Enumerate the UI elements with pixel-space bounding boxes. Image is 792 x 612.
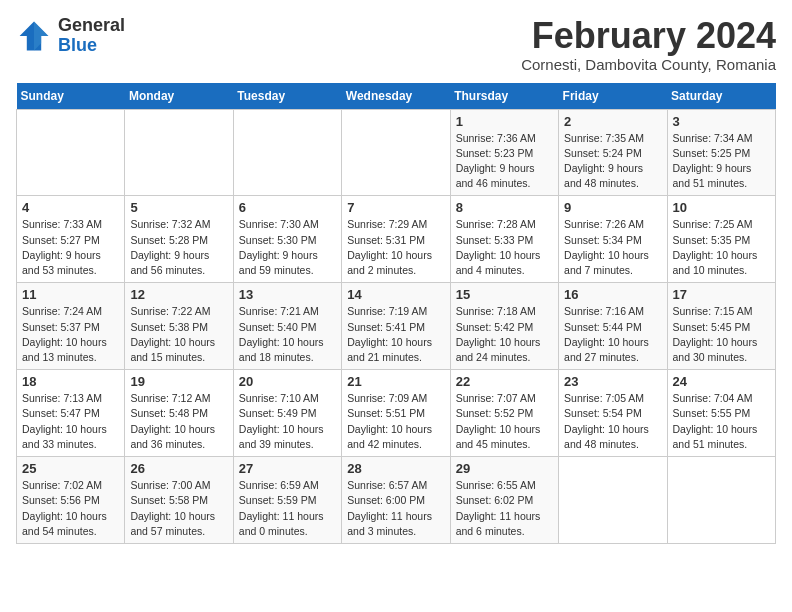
calendar-cell: 10Sunrise: 7:25 AM Sunset: 5:35 PM Dayli… [667,196,775,283]
calendar-cell: 8Sunrise: 7:28 AM Sunset: 5:33 PM Daylig… [450,196,558,283]
calendar-cell: 14Sunrise: 7:19 AM Sunset: 5:41 PM Dayli… [342,283,450,370]
day-detail: Sunrise: 7:33 AM Sunset: 5:27 PM Dayligh… [22,217,119,278]
day-detail: Sunrise: 7:16 AM Sunset: 5:44 PM Dayligh… [564,304,661,365]
calendar-cell: 23Sunrise: 7:05 AM Sunset: 5:54 PM Dayli… [559,370,667,457]
day-detail: Sunrise: 7:28 AM Sunset: 5:33 PM Dayligh… [456,217,553,278]
day-number: 21 [347,374,444,389]
day-detail: Sunrise: 7:05 AM Sunset: 5:54 PM Dayligh… [564,391,661,452]
logo: General Blue [16,16,125,56]
day-number: 23 [564,374,661,389]
day-number: 14 [347,287,444,302]
day-detail: Sunrise: 6:55 AM Sunset: 6:02 PM Dayligh… [456,478,553,539]
header-day-wednesday: Wednesday [342,83,450,110]
calendar-cell: 27Sunrise: 6:59 AM Sunset: 5:59 PM Dayli… [233,457,341,544]
day-detail: Sunrise: 7:07 AM Sunset: 5:52 PM Dayligh… [456,391,553,452]
calendar-cell: 9Sunrise: 7:26 AM Sunset: 5:34 PM Daylig… [559,196,667,283]
day-detail: Sunrise: 6:57 AM Sunset: 6:00 PM Dayligh… [347,478,444,539]
logo-icon [16,18,52,54]
day-detail: Sunrise: 7:29 AM Sunset: 5:31 PM Dayligh… [347,217,444,278]
day-number: 19 [130,374,227,389]
day-number: 17 [673,287,770,302]
day-number: 13 [239,287,336,302]
day-detail: Sunrise: 7:24 AM Sunset: 5:37 PM Dayligh… [22,304,119,365]
calendar-cell: 3Sunrise: 7:34 AM Sunset: 5:25 PM Daylig… [667,109,775,196]
day-detail: Sunrise: 7:19 AM Sunset: 5:41 PM Dayligh… [347,304,444,365]
calendar-cell [667,457,775,544]
day-number: 4 [22,200,119,215]
day-number: 7 [347,200,444,215]
calendar-body: 1Sunrise: 7:36 AM Sunset: 5:23 PM Daylig… [17,109,776,543]
page-header: General Blue February 2024 Cornesti, Dam… [16,16,776,73]
day-number: 2 [564,114,661,129]
calendar-table: SundayMondayTuesdayWednesdayThursdayFrid… [16,83,776,544]
header-row: SundayMondayTuesdayWednesdayThursdayFrid… [17,83,776,110]
calendar-cell [342,109,450,196]
day-number: 1 [456,114,553,129]
day-number: 29 [456,461,553,476]
day-detail: Sunrise: 7:26 AM Sunset: 5:34 PM Dayligh… [564,217,661,278]
day-detail: Sunrise: 6:59 AM Sunset: 5:59 PM Dayligh… [239,478,336,539]
day-number: 11 [22,287,119,302]
day-detail: Sunrise: 7:32 AM Sunset: 5:28 PM Dayligh… [130,217,227,278]
header-day-monday: Monday [125,83,233,110]
day-number: 24 [673,374,770,389]
day-number: 25 [22,461,119,476]
day-number: 3 [673,114,770,129]
week-row: 1Sunrise: 7:36 AM Sunset: 5:23 PM Daylig… [17,109,776,196]
day-number: 27 [239,461,336,476]
calendar-cell: 13Sunrise: 7:21 AM Sunset: 5:40 PM Dayli… [233,283,341,370]
day-detail: Sunrise: 7:18 AM Sunset: 5:42 PM Dayligh… [456,304,553,365]
day-detail: Sunrise: 7:30 AM Sunset: 5:30 PM Dayligh… [239,217,336,278]
day-detail: Sunrise: 7:36 AM Sunset: 5:23 PM Dayligh… [456,131,553,192]
calendar-cell: 6Sunrise: 7:30 AM Sunset: 5:30 PM Daylig… [233,196,341,283]
calendar-cell: 28Sunrise: 6:57 AM Sunset: 6:00 PM Dayli… [342,457,450,544]
calendar-cell: 5Sunrise: 7:32 AM Sunset: 5:28 PM Daylig… [125,196,233,283]
day-number: 26 [130,461,227,476]
day-detail: Sunrise: 7:10 AM Sunset: 5:49 PM Dayligh… [239,391,336,452]
day-number: 16 [564,287,661,302]
day-detail: Sunrise: 7:12 AM Sunset: 5:48 PM Dayligh… [130,391,227,452]
day-number: 28 [347,461,444,476]
day-number: 22 [456,374,553,389]
calendar-cell: 18Sunrise: 7:13 AM Sunset: 5:47 PM Dayli… [17,370,125,457]
day-detail: Sunrise: 7:15 AM Sunset: 5:45 PM Dayligh… [673,304,770,365]
calendar-cell: 7Sunrise: 7:29 AM Sunset: 5:31 PM Daylig… [342,196,450,283]
day-number: 10 [673,200,770,215]
week-row: 11Sunrise: 7:24 AM Sunset: 5:37 PM Dayli… [17,283,776,370]
calendar-cell: 19Sunrise: 7:12 AM Sunset: 5:48 PM Dayli… [125,370,233,457]
logo-general: General [58,16,125,36]
calendar-cell: 22Sunrise: 7:07 AM Sunset: 5:52 PM Dayli… [450,370,558,457]
week-row: 4Sunrise: 7:33 AM Sunset: 5:27 PM Daylig… [17,196,776,283]
header-day-tuesday: Tuesday [233,83,341,110]
calendar-cell: 17Sunrise: 7:15 AM Sunset: 5:45 PM Dayli… [667,283,775,370]
day-detail: Sunrise: 7:35 AM Sunset: 5:24 PM Dayligh… [564,131,661,192]
day-number: 6 [239,200,336,215]
calendar-cell: 4Sunrise: 7:33 AM Sunset: 5:27 PM Daylig… [17,196,125,283]
day-detail: Sunrise: 7:13 AM Sunset: 5:47 PM Dayligh… [22,391,119,452]
day-detail: Sunrise: 7:09 AM Sunset: 5:51 PM Dayligh… [347,391,444,452]
day-number: 8 [456,200,553,215]
calendar-cell [17,109,125,196]
day-number: 12 [130,287,227,302]
logo-blue: Blue [58,36,125,56]
day-detail: Sunrise: 7:04 AM Sunset: 5:55 PM Dayligh… [673,391,770,452]
day-number: 9 [564,200,661,215]
week-row: 18Sunrise: 7:13 AM Sunset: 5:47 PM Dayli… [17,370,776,457]
calendar-cell: 11Sunrise: 7:24 AM Sunset: 5:37 PM Dayli… [17,283,125,370]
calendar-cell [559,457,667,544]
week-row: 25Sunrise: 7:02 AM Sunset: 5:56 PM Dayli… [17,457,776,544]
day-number: 20 [239,374,336,389]
calendar-cell: 20Sunrise: 7:10 AM Sunset: 5:49 PM Dayli… [233,370,341,457]
day-number: 18 [22,374,119,389]
header-day-sunday: Sunday [17,83,125,110]
month-title: February 2024 [521,16,776,56]
header-day-thursday: Thursday [450,83,558,110]
day-detail: Sunrise: 7:34 AM Sunset: 5:25 PM Dayligh… [673,131,770,192]
calendar-cell: 29Sunrise: 6:55 AM Sunset: 6:02 PM Dayli… [450,457,558,544]
calendar-header: SundayMondayTuesdayWednesdayThursdayFrid… [17,83,776,110]
calendar-cell: 1Sunrise: 7:36 AM Sunset: 5:23 PM Daylig… [450,109,558,196]
calendar-cell: 16Sunrise: 7:16 AM Sunset: 5:44 PM Dayli… [559,283,667,370]
location: Cornesti, Dambovita County, Romania [521,56,776,73]
logo-text: General Blue [58,16,125,56]
calendar-cell: 26Sunrise: 7:00 AM Sunset: 5:58 PM Dayli… [125,457,233,544]
